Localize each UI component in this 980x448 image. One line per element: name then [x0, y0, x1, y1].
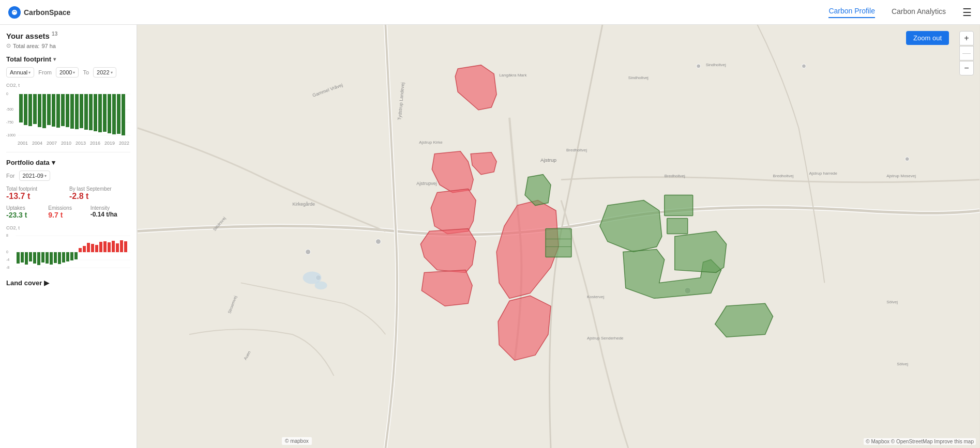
- svg-rect-59: [95, 245, 98, 252]
- svg-rect-52: [66, 252, 69, 261]
- svg-text:Ajstrup Mosevej: Ajstrup Mosevej: [886, 174, 916, 178]
- svg-rect-45: [37, 252, 40, 265]
- svg-rect-23: [84, 94, 88, 130]
- svg-text:-750: -750: [6, 120, 13, 124]
- zoom-separator: —: [959, 46, 974, 60]
- nav-carbon-analytics[interactable]: Carbon Analytics: [892, 7, 946, 18]
- svg-point-115: [315, 281, 327, 289]
- svg-rect-63: [112, 241, 115, 252]
- svg-text:Ajstrupvej: Ajstrupvej: [416, 181, 436, 186]
- svg-rect-46: [41, 252, 44, 262]
- map-svg[interactable]: Tydstrup Landevej Gammel Vrâvej Ajstrup …: [137, 25, 980, 448]
- svg-rect-54: [74, 252, 78, 259]
- svg-text:-1000: -1000: [6, 133, 16, 137]
- to-label: To: [83, 69, 89, 75]
- svg-rect-28: [108, 94, 111, 133]
- svg-text:-8: -8: [6, 266, 9, 269]
- svg-text:Ajstrup harrede: Ajstrup harrede: [809, 171, 837, 176]
- svg-text:Sölvej: Sölvej: [886, 300, 898, 304]
- for-label: For: [6, 173, 15, 179]
- bar-chart-2: 8 0 -4 -8: [6, 231, 130, 273]
- zoom-controls: + — −: [959, 31, 974, 75]
- svg-text:Ajstrup: Ajstrup: [540, 157, 556, 163]
- svg-rect-43: [29, 252, 32, 261]
- for-caret: ▾: [44, 174, 47, 178]
- svg-rect-44: [33, 252, 36, 264]
- annual-select[interactable]: Annual ▾: [6, 67, 34, 78]
- svg-rect-26: [98, 94, 102, 132]
- from-select[interactable]: 2000 ▾: [56, 67, 79, 78]
- svg-text:Bredholtvej: Bredholtvej: [665, 174, 685, 178]
- nav-carbon-profile[interactable]: Carbon Profile: [828, 7, 875, 18]
- svg-rect-15: [47, 94, 51, 125]
- total-footprint-chevron: ▾: [53, 56, 56, 62]
- svg-rect-55: [79, 248, 82, 252]
- from-label: From: [38, 69, 52, 75]
- svg-text:Kostervej: Kostervej: [587, 295, 605, 299]
- svg-rect-19: [66, 94, 69, 127]
- land-cover-chevron: ▶: [44, 279, 49, 287]
- svg-rect-111: [667, 219, 688, 234]
- svg-rect-42: [25, 252, 28, 265]
- svg-rect-57: [87, 243, 90, 252]
- total-footprint-cell: Total footprint -13.7 t: [6, 186, 67, 201]
- svg-point-90: [697, 64, 701, 68]
- header: CarbonSpace Carbon Profile Carbon Analyt…: [0, 0, 980, 25]
- nav: Carbon Profile Carbon Analytics ☰: [828, 6, 972, 19]
- to-select[interactable]: 2022 ▾: [93, 67, 116, 78]
- svg-rect-11: [28, 94, 32, 126]
- svg-rect-12: [33, 94, 37, 124]
- svg-text:Ajstrup Kirke: Ajstrup Kirke: [419, 140, 443, 145]
- metrics-row: Uptakes -23.3 t Emissions 9.7 t Intensit…: [6, 205, 130, 219]
- svg-rect-24: [89, 94, 93, 130]
- for-row: For 2021-09 ▾: [6, 171, 130, 181]
- svg-rect-17: [56, 94, 60, 128]
- intensity-metric: Intensity -0.14 t/ha: [91, 205, 130, 219]
- svg-rect-10: [24, 94, 27, 125]
- svg-rect-21: [75, 94, 79, 129]
- portfolio-chevron: ▾: [52, 159, 55, 166]
- zoom-out-control-button[interactable]: −: [959, 61, 974, 75]
- svg-text:Sindholtvej: Sindholtvej: [706, 63, 726, 67]
- by-last-september-cell: By last September -2.8 t: [69, 186, 130, 201]
- zoom-in-button[interactable]: +: [959, 31, 974, 45]
- land-cover-header[interactable]: Land cover ▶: [6, 279, 130, 287]
- svg-text:Bredholtvej: Bredholtvej: [566, 148, 587, 152]
- hamburger-icon[interactable]: ☰: [962, 6, 972, 19]
- svg-rect-18: [61, 94, 65, 126]
- svg-rect-16: [52, 94, 55, 127]
- svg-text:0: 0: [6, 250, 8, 254]
- svg-point-92: [905, 157, 909, 161]
- co2-label-1: CO2, t: [6, 83, 130, 88]
- logo-icon: [8, 6, 21, 19]
- svg-rect-51: [62, 252, 65, 262]
- svg-text:Ajstrup Senderhede: Ajstrup Senderhede: [587, 336, 624, 341]
- bar-chart-1: 0 -500 -750 -1000: [6, 89, 130, 141]
- svg-rect-27: [103, 94, 107, 132]
- svg-rect-40: [17, 252, 20, 264]
- for-select[interactable]: 2021-09 ▾: [19, 171, 50, 181]
- total-area: ⊙ Total area: 97 ha: [6, 42, 130, 49]
- svg-text:Sölvej: Sölvej: [897, 362, 908, 366]
- assets-title: Your assets 13: [6, 31, 130, 40]
- svg-rect-50: [58, 252, 61, 264]
- map-attribution: © Mapbox © OpenStreetMap Improve this ma…: [864, 438, 976, 445]
- svg-text:Langâkra Mark: Langâkra Mark: [499, 73, 526, 78]
- svg-rect-61: [103, 241, 107, 252]
- svg-rect-65: [120, 240, 123, 252]
- total-footprint-header[interactable]: Total footprint ▾: [6, 55, 130, 63]
- mapbox-logo: © mapbox: [282, 437, 312, 445]
- portfolio-data-label: Portfolio data: [6, 159, 50, 166]
- map-container: Tydstrup Landevej Gammel Vrâvej Ajstrup …: [137, 25, 980, 448]
- svg-marker-112: [675, 231, 727, 273]
- svg-rect-64: [116, 243, 119, 252]
- zoom-out-button[interactable]: Zoom out: [906, 31, 949, 45]
- total-footprint-label: Total footprint: [6, 55, 51, 63]
- svg-rect-56: [83, 246, 86, 252]
- portfolio-data-header[interactable]: Portfolio data ▾: [6, 159, 130, 166]
- uptakes-metric: Uptakes -23.3 t: [6, 205, 46, 219]
- chart1-x-labels: 20012004200720102013201620192022: [6, 141, 130, 146]
- svg-rect-9: [19, 94, 23, 122]
- svg-text:Bredholtvej: Bredholtvej: [773, 174, 793, 178]
- svg-rect-60: [99, 242, 102, 252]
